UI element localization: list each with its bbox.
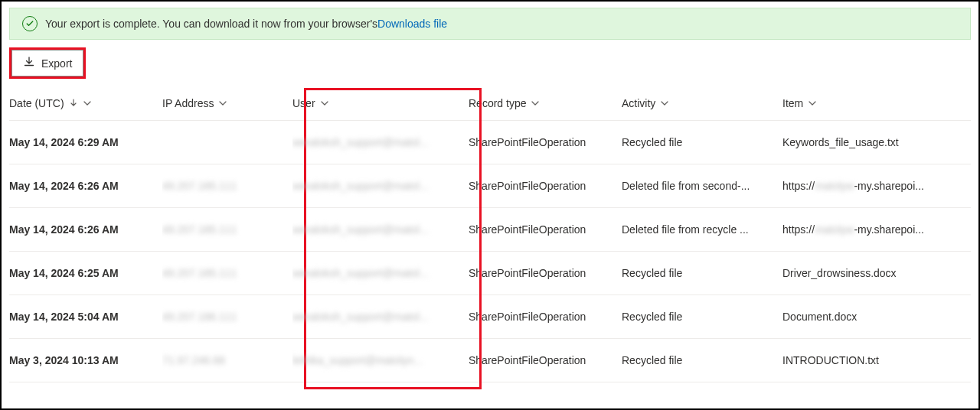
cell-date: May 14, 2024 5:04 AM: [9, 295, 162, 339]
success-check-icon: [22, 16, 38, 31]
column-header-date[interactable]: Date (UTC): [9, 97, 92, 109]
cell-user: weraloksh_support@matol...: [292, 121, 469, 164]
table-row[interactable]: May 14, 2024 6:26 AM49.207.185.111weralo…: [9, 208, 971, 252]
cell-record-type: SharePointFileOperation: [469, 295, 622, 339]
chevron-down-icon: [320, 99, 329, 108]
table-row[interactable]: May 14, 2024 6:29 AMweraloksh_support@ma…: [9, 121, 971, 164]
table-row[interactable]: May 14, 2024 6:26 AM49.207.185.111weralo…: [9, 164, 971, 208]
cell-user: weraloksh_support@matol...: [292, 164, 469, 208]
cell-activity: Recycled file: [622, 252, 782, 295]
cell-user: weraloksh_support@matol...: [292, 295, 469, 339]
column-header-record-type[interactable]: Record type: [469, 97, 540, 109]
cell-record-type: SharePointFileOperation: [469, 164, 622, 208]
cell-item: https://matolyw-my.sharepoi...: [782, 164, 971, 208]
cell-ip-address: 49.207.185.111: [162, 164, 292, 208]
chevron-down-icon: [218, 99, 227, 108]
cell-ip-address: 49.207.186.111: [162, 295, 292, 339]
chevron-down-icon: [660, 99, 669, 108]
cell-ip-address: 49.207.185.111: [162, 208, 292, 252]
cell-user: lethika_support@matolyn...: [292, 339, 469, 382]
cell-item: https://matolyw-my.sharepoi...: [782, 208, 971, 252]
toolbar: Export: [2, 44, 978, 86]
download-icon: [23, 56, 35, 70]
cell-ip-address: 71.97.246.68: [162, 339, 292, 382]
cell-activity: Recycled file: [622, 295, 782, 339]
table-row[interactable]: May 14, 2024 6:25 AM49.207.185.111weralo…: [9, 252, 971, 295]
cell-date: May 14, 2024 6:25 AM: [9, 252, 162, 295]
export-complete-banner: Your export is complete. You can downloa…: [9, 8, 971, 40]
cell-user: weraloksh_support@matol...: [292, 208, 469, 252]
cell-activity: Deleted file from recycle ...: [622, 208, 782, 252]
cell-record-type: SharePointFileOperation: [469, 339, 622, 382]
cell-record-type: SharePointFileOperation: [469, 208, 622, 252]
cell-item: Document.docx: [782, 295, 971, 339]
cell-user: weraloksh_support@matol...: [292, 252, 469, 295]
cell-date: May 14, 2024 6:29 AM: [9, 121, 162, 164]
column-header-ip-address[interactable]: IP Address: [162, 97, 227, 109]
chevron-down-icon: [808, 99, 817, 108]
chevron-down-icon: [531, 99, 540, 108]
table-row[interactable]: May 14, 2024 5:04 AM49.207.186.111weralo…: [9, 295, 971, 339]
banner-message: Your export is complete. You can downloa…: [45, 18, 447, 30]
cell-activity: Recycled file: [622, 121, 782, 164]
cell-record-type: SharePointFileOperation: [469, 252, 622, 295]
export-button-label: Export: [41, 57, 72, 70]
export-button[interactable]: Export: [11, 50, 83, 76]
cell-item: INTRODUCTION.txt: [782, 339, 971, 382]
cell-date: May 14, 2024 6:26 AM: [9, 208, 162, 252]
sort-descending-icon: [69, 97, 78, 109]
cell-activity: Deleted file from second-...: [622, 164, 782, 208]
cell-item: Keywords_file_usage.txt: [782, 121, 971, 164]
cell-activity: Recycled file: [622, 339, 782, 382]
column-header-activity[interactable]: Activity: [622, 97, 669, 109]
table-row[interactable]: May 3, 2024 10:13 AM71.97.246.68lethika_…: [9, 339, 971, 382]
audit-log-table: Date (UTC) IP Address User: [9, 86, 971, 382]
cell-record-type: SharePointFileOperation: [469, 121, 622, 164]
column-header-user[interactable]: User: [292, 97, 329, 109]
downloads-file-link[interactable]: Downloads file: [377, 18, 447, 30]
cell-date: May 14, 2024 6:26 AM: [9, 164, 162, 208]
cell-item: Driver_drowsiness.docx: [782, 252, 971, 295]
cell-date: May 3, 2024 10:13 AM: [9, 339, 162, 382]
cell-ip-address: 49.207.185.111: [162, 252, 292, 295]
column-header-item[interactable]: Item: [782, 97, 817, 109]
cell-ip-address: [162, 121, 292, 164]
chevron-down-icon: [83, 99, 92, 108]
